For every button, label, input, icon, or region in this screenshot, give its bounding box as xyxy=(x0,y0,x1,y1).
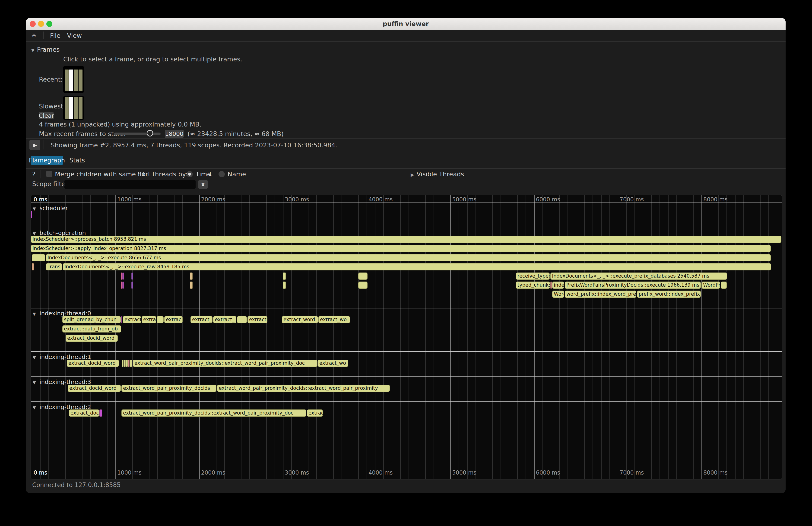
flame-scope-bar[interactable] xyxy=(121,316,122,323)
flame-scope-bar[interactable] xyxy=(131,273,133,280)
flame-scope-bar[interactable] xyxy=(31,211,32,218)
recent-frames-thumbnail[interactable] xyxy=(63,66,84,93)
thread-header-scheduler[interactable]: ▼ scheduler xyxy=(33,205,68,211)
flame-scope-bar[interactable]: index xyxy=(552,281,564,289)
flame-scope-bar[interactable]: IndexScheduler>::apply_index_operation 8… xyxy=(31,245,771,252)
flame-scope-bar[interactable] xyxy=(122,273,124,280)
menu-file[interactable]: File xyxy=(50,32,60,39)
frame-thumbnail-bar[interactable] xyxy=(69,70,73,91)
flame-scope-bar[interactable]: typed_chunk::w xyxy=(516,281,550,289)
help-button[interactable]: ? xyxy=(32,171,35,178)
flame-scope-bar[interactable] xyxy=(190,281,192,289)
thread-header-batch-operation[interactable]: ▼ batch-operation xyxy=(33,230,86,236)
flame-scope-bar[interactable] xyxy=(126,360,128,367)
frames-collapsing-header[interactable]: ▼Frames xyxy=(31,46,60,53)
flame-scope-bar[interactable]: extract_docid_word xyxy=(66,335,118,342)
frame-thumbnail-bar[interactable] xyxy=(74,97,78,119)
flame-scope-bar[interactable]: extract::data_from_ob xyxy=(62,325,121,333)
thread-header-indexing-thread:3[interactable]: ▼ indexing-thread:3 xyxy=(33,379,91,385)
flame-scope-bar[interactable]: IndexScheduler>::process_batch 8953.821 … xyxy=(31,236,781,243)
flame-scope-bar[interactable] xyxy=(124,360,126,367)
flame-scope-bar[interactable]: word_prefix::index_word_prefix_ xyxy=(565,291,636,298)
flame-scope-bar[interactable] xyxy=(99,409,102,417)
flame-scope-bar[interactable]: extract_word_pair_proximity_docids xyxy=(121,385,216,392)
tab-stats[interactable]: Stats xyxy=(66,156,89,165)
flame-scope-bar[interactable] xyxy=(550,281,552,289)
flame-scope-bar[interactable] xyxy=(121,281,122,289)
flame-scope-bar[interactable] xyxy=(283,273,286,280)
flame-scope-bar[interactable]: extra xyxy=(142,316,156,323)
flame-scope-bar[interactable]: extrac xyxy=(164,316,183,323)
frame-thumbnail-bar[interactable] xyxy=(78,97,83,119)
flame-scope-bar[interactable]: receive_typed_ xyxy=(516,273,550,280)
sort-by-time-radio[interactable] xyxy=(187,171,193,177)
flame-scope-bar[interactable] xyxy=(121,273,122,280)
flame-scope-bar[interactable]: Trans xyxy=(46,263,62,271)
frame-thumbnail-bar[interactable] xyxy=(65,97,69,119)
flame-scope-bar[interactable] xyxy=(122,360,124,367)
flame-scope-bar[interactable]: extract xyxy=(123,316,141,323)
flame-scope-bar[interactable]: extract_doc xyxy=(69,409,99,417)
visible-threads-header[interactable]: ▶Visible Threads xyxy=(411,171,464,178)
frames-header-label: Frames xyxy=(37,46,60,53)
sort-direction-icon[interactable]: ↓ xyxy=(208,171,213,178)
flame-scope-bar[interactable]: Word xyxy=(552,291,564,298)
flame-scope-bar[interactable] xyxy=(32,263,34,271)
flame-scope-bar[interactable]: extract_word_pair_proximity_docids::extr… xyxy=(217,385,390,392)
flame-scope-bar[interactable]: WordPr xyxy=(701,281,720,289)
frame-thumbnail-bar[interactable] xyxy=(69,97,73,119)
tab-flamegraph[interactable]: Flamegraph xyxy=(31,156,63,165)
flame-scope-bar[interactable]: extract xyxy=(247,316,267,323)
max-frames-value[interactable]: 18000 xyxy=(165,130,184,138)
flame-scope-bar[interactable] xyxy=(358,273,367,280)
thread-header-indexing-thread:0[interactable]: ▼ indexing-thread:0 xyxy=(33,310,91,317)
flame-scope-bar[interactable]: PrefixWordPairsProximityDocids::execute … xyxy=(565,281,701,289)
flame-scope-bar[interactable] xyxy=(122,281,124,289)
frame-thumbnail-bar[interactable] xyxy=(78,70,83,91)
max-frames-slider-knob[interactable] xyxy=(147,130,153,136)
flame-scope-bar[interactable] xyxy=(283,281,286,289)
flamegraph-canvas[interactable]: 0 ms0 ms1000 ms1000 ms2000 ms2000 ms3000… xyxy=(31,195,782,479)
thread-header-indexing-thread:1[interactable]: ▼ indexing-thread:1 xyxy=(33,354,91,360)
flame-scope-bar[interactable] xyxy=(130,360,132,367)
axis-tick-label: 1000 ms xyxy=(117,196,142,203)
flame-scope-bar[interactable]: extract_wo xyxy=(318,360,348,367)
max-frames-slider-track[interactable] xyxy=(114,133,161,135)
scope-filter-clear-button[interactable]: x xyxy=(198,180,208,189)
flame-scope-bar[interactable] xyxy=(721,281,727,289)
flame-scope-bar[interactable]: extract_docid_word xyxy=(67,360,119,367)
flame-scope-bar[interactable] xyxy=(358,281,367,289)
flame-scope-bar[interactable]: IndexDocuments<_, _>::execute 8656.677 m… xyxy=(46,254,771,261)
flame-scope-bar[interactable]: extract_ xyxy=(190,316,213,323)
flame-scope-bar[interactable]: split_grenad_by_chun xyxy=(62,316,121,323)
clear-button[interactable]: Clear xyxy=(39,112,54,119)
flame-scope-bar[interactable]: extrac xyxy=(307,409,323,417)
merge-children-label[interactable]: Merge children with same ID xyxy=(55,171,145,178)
flame-scope-bar[interactable]: prefix_word::index_prefix_wo xyxy=(637,291,701,298)
flame-scope-bar[interactable] xyxy=(190,273,192,280)
frame-thumbnail-bar[interactable] xyxy=(74,70,78,91)
flame-scope-bar[interactable]: extract_word_pair_proximity_docids::extr… xyxy=(121,409,306,417)
flame-scope-bar[interactable] xyxy=(128,360,130,367)
flame-scope-bar[interactable]: IndexDocuments<_, _>::execute_prefix_dat… xyxy=(550,273,727,280)
flame-scope-bar[interactable] xyxy=(157,316,164,323)
sort-by-name-label[interactable]: Name xyxy=(228,171,246,178)
flame-scope-bar[interactable]: IndexDocuments<_, _>::execute_raw 8459.1… xyxy=(63,263,771,271)
flame-scope-bar[interactable]: extract_word_pair_proximity_docids::extr… xyxy=(133,360,318,367)
flame-scope-bar[interactable] xyxy=(32,254,45,261)
play-button[interactable]: ▶ xyxy=(29,140,40,150)
flame-scope-bar[interactable]: extract_docid_word xyxy=(68,385,121,392)
slowest-frames-thumbnail[interactable] xyxy=(63,96,84,120)
sort-by-name-radio[interactable] xyxy=(219,171,225,177)
flame-scope-bar[interactable] xyxy=(131,281,133,289)
flame-scope-bar[interactable] xyxy=(237,316,247,323)
frame-thumbnail-bar[interactable] xyxy=(65,70,69,91)
scope-filter-input[interactable] xyxy=(64,180,195,189)
theme-toggle-icon[interactable]: ✳ xyxy=(31,32,37,39)
menu-view[interactable]: View xyxy=(67,32,82,39)
flame-scope-bar[interactable]: extract_ xyxy=(213,316,236,323)
separator xyxy=(44,140,44,149)
merge-children-checkbox[interactable] xyxy=(46,171,53,177)
flame-scope-bar[interactable]: extract_wo xyxy=(318,316,350,323)
flame-scope-bar[interactable]: extract_word xyxy=(282,316,318,323)
